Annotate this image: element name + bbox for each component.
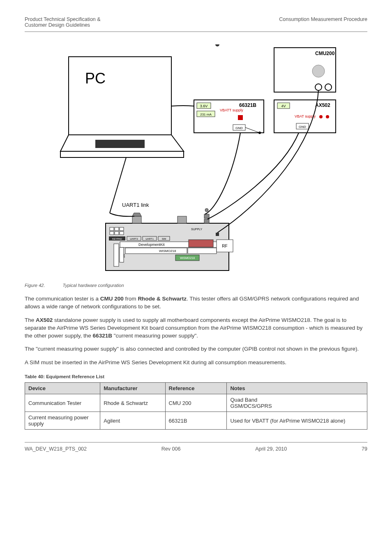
- table-row: Current measuring power supply Agilent 6…: [25, 412, 367, 430]
- svg-rect-33: [120, 231, 124, 235]
- paragraph-1: The communication tester is a CMU 200 fr…: [25, 295, 367, 311]
- th-device: Device: [25, 383, 100, 394]
- header-left-line1: Product Technical Specification &: [25, 16, 101, 22]
- svg-rect-32: [115, 231, 119, 235]
- supply-small-label: SUPPLY: [191, 228, 202, 231]
- rf-label: RF: [222, 244, 227, 248]
- hardware-config-diagram: PC CMU200 AX502 4V V: [52, 44, 340, 275]
- header-left-line2: Customer Design Guidelines: [25, 22, 90, 28]
- uart1-link-label: UART1 link: [122, 202, 149, 208]
- cell-manufacturer: Agilent: [100, 412, 165, 430]
- svg-rect-17: [238, 115, 243, 120]
- footer-divider: [25, 442, 367, 443]
- gnd-ax502-label: GND: [299, 125, 306, 129]
- sim2-label: sim: [123, 254, 125, 257]
- uart2-small-label: UART2: [130, 238, 138, 240]
- footer-left: WA_DEV_W218_PTS_002: [25, 446, 87, 452]
- ax502-label: AX502: [315, 102, 330, 108]
- figure-caption: Figure 42. Typical hardware configuratio…: [25, 283, 367, 288]
- paragraph-4: A SIM must be inserted in the AirPrime W…: [25, 359, 367, 367]
- p2a: The: [25, 317, 36, 323]
- svg-point-12: [326, 115, 329, 118]
- svg-rect-22: [132, 216, 141, 223]
- cell-device: Communication Tester: [25, 394, 100, 412]
- th-notes: Notes: [227, 383, 367, 394]
- table-row: Communication Tester Rhode & Schwartz CM…: [25, 394, 367, 412]
- keypad-label: KEYPAD: [112, 238, 122, 240]
- svg-point-11: [319, 115, 323, 118]
- header-divider: [25, 31, 367, 32]
- p2e: "current measuring power supply".: [112, 333, 198, 339]
- svg-point-20: [258, 132, 261, 134]
- page-header: Product Technical Specification & Custom…: [25, 16, 367, 28]
- header-right: Consumption Measurement Procedure: [279, 16, 367, 28]
- svg-marker-23: [132, 213, 141, 216]
- svg-rect-29: [115, 227, 119, 231]
- svg-point-46: [215, 44, 219, 46]
- figure-title: Typical hardware configuration: [63, 283, 124, 288]
- footer-page: 79: [362, 446, 367, 452]
- equipment-table: Device Manufacturer Reference Notes Comm…: [25, 382, 367, 430]
- svg-rect-28: [110, 227, 114, 231]
- wismo2-label: WISMO218: [180, 257, 195, 259]
- 231ma-label: 231 mA: [200, 113, 212, 116]
- p2d: 66321B: [93, 333, 112, 339]
- table-title: Table 40: Equipment Reference List: [25, 374, 367, 379]
- svg-rect-0: [69, 57, 171, 135]
- gnd-66321b-label: GND: [235, 126, 243, 130]
- svg-rect-47: [216, 233, 219, 236]
- th-reference: Reference: [165, 383, 227, 394]
- paragraph-2: The AX502 standalone power supply is use…: [25, 317, 367, 340]
- paragraph-3: The "current measuring power supply" is …: [25, 345, 367, 353]
- th-manufacturer: Manufacturer: [100, 383, 165, 394]
- vbatt-supply-label: VBATT supply: [220, 108, 243, 112]
- devkit-label: DevelopmentKit: [138, 243, 165, 247]
- sim-small-label: SIM: [162, 238, 166, 240]
- p1b: CMU 200: [100, 296, 124, 302]
- cell-manufacturer: Rhode & Schwartz: [100, 394, 165, 412]
- svg-rect-41: [125, 248, 187, 254]
- svg-marker-2: [60, 151, 184, 157]
- page-footer: WA_DEV_W218_PTS_002 Rev 006 April 29, 20…: [25, 446, 367, 452]
- figure-number: Figure 42.: [25, 283, 45, 288]
- svg-rect-39: [114, 244, 119, 266]
- cell-notes: Used for VBATT (for AirPrime WISMO218 al…: [227, 412, 367, 430]
- svg-rect-43: [189, 240, 213, 247]
- svg-rect-31: [110, 231, 114, 235]
- uart1-small-label: UART1: [145, 238, 154, 240]
- p2b: AX502: [36, 317, 53, 323]
- svg-rect-25: [204, 219, 209, 223]
- cell-device: Current measuring power supply: [25, 412, 100, 430]
- p1d: Rhode & Schwartz: [138, 296, 187, 302]
- svg-point-6: [312, 65, 325, 77]
- 66321b-label: 66321B: [239, 102, 256, 108]
- cell-reference: CMU 200: [165, 394, 227, 412]
- footer-right: April 29, 2010: [255, 446, 287, 452]
- svg-rect-30: [120, 227, 124, 231]
- p1c: from: [124, 296, 138, 302]
- 4v-label: 4V: [281, 104, 286, 108]
- cmu200-label: CMU200: [315, 51, 335, 56]
- svg-rect-24: [178, 216, 187, 223]
- pc-label: PC: [85, 70, 106, 87]
- cell-reference: 66321B: [165, 412, 227, 430]
- svg-rect-26: [204, 214, 209, 218]
- cell-notes: Quad Band GSM/DCS/GPRS: [227, 394, 367, 412]
- footer-center: Rev 006: [161, 446, 181, 452]
- wismo1-label: WISMO218: [159, 249, 176, 253]
- table-header-row: Device Manufacturer Reference Notes: [25, 383, 367, 394]
- 3-6v-label: 3.6V: [200, 104, 208, 108]
- svg-rect-42: [188, 248, 217, 254]
- svg-rect-3: [95, 140, 145, 148]
- svg-point-27: [205, 208, 208, 212]
- p1a: The communication tester is a: [25, 296, 100, 302]
